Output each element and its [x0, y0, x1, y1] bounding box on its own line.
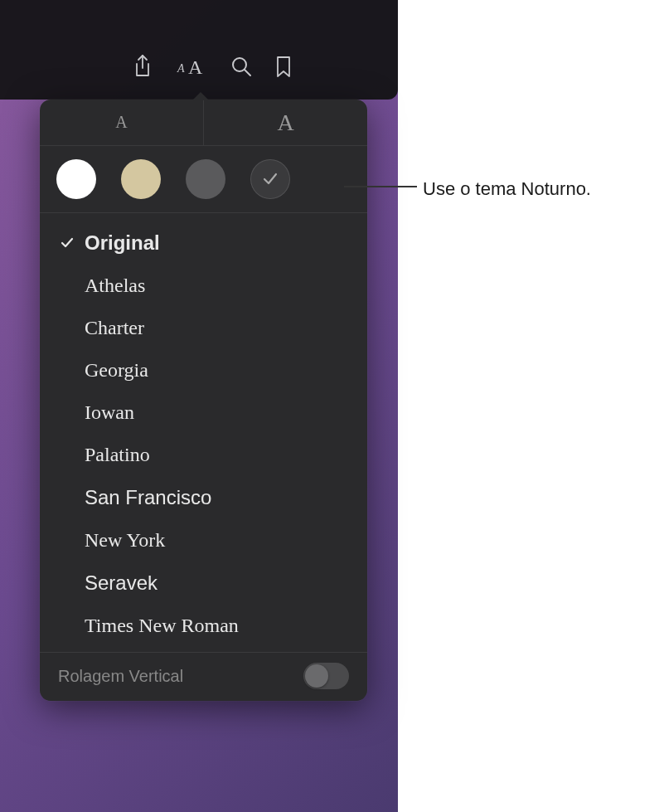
callout-leader-line — [344, 186, 417, 187]
text-size-small-label: A — [115, 113, 127, 132]
checkmark-icon — [261, 170, 279, 188]
font-item-palatino[interactable]: Palatino — [40, 434, 367, 476]
font-item-georgia[interactable]: Georgia — [40, 349, 367, 391]
font-name-label: Times New Roman — [85, 615, 347, 637]
theme-gray-button[interactable] — [186, 159, 225, 199]
font-name-label: New York — [85, 529, 347, 552]
font-item-charter[interactable]: Charter — [40, 307, 367, 349]
font-name-label: Iowan — [85, 401, 347, 424]
font-item-iowan[interactable]: Iowan — [40, 391, 367, 434]
font-item-times-new-roman[interactable]: Times New Roman — [40, 605, 367, 647]
font-name-label: Charter — [85, 317, 347, 339]
bookmark-icon[interactable] — [275, 55, 292, 78]
font-name-label: Athelas — [85, 275, 347, 297]
font-list: OriginalAthelasCharterGeorgiaIowanPalati… — [40, 213, 367, 652]
font-name-label: Seravek — [85, 571, 347, 595]
share-icon[interactable] — [133, 54, 153, 79]
theme-sepia-button[interactable] — [121, 159, 161, 199]
text-size-larger-button[interactable]: A — [204, 100, 367, 145]
vertical-scroll-row: Rolagem Vertical — [40, 652, 367, 701]
font-item-san-francisco[interactable]: San Francisco — [40, 476, 367, 519]
appearance-icon[interactable]: A A — [176, 56, 207, 77]
font-item-athelas[interactable]: Athelas — [40, 265, 367, 307]
font-name-label: Palatino — [85, 444, 347, 466]
popover-arrow — [192, 92, 209, 100]
text-size-large-label: A — [277, 109, 293, 136]
toolbar: A A — [133, 54, 292, 79]
svg-line-3 — [245, 70, 250, 75]
search-icon[interactable] — [230, 56, 252, 77]
theme-white-button[interactable] — [56, 159, 96, 199]
font-item-seravek[interactable]: Seravek — [40, 562, 367, 605]
callout-text: Use o tema Noturno. — [423, 178, 591, 200]
font-name-label: San Francisco — [85, 486, 347, 509]
font-item-new-york[interactable]: New York — [40, 519, 367, 562]
vertical-scroll-toggle[interactable] — [303, 663, 349, 689]
text-size-row: A A — [40, 100, 367, 146]
font-name-label: Georgia — [85, 359, 347, 382]
text-size-smaller-button[interactable]: A — [40, 100, 204, 145]
toolbar-background — [0, 0, 398, 100]
theme-row — [40, 146, 367, 213]
svg-text:A: A — [177, 62, 185, 75]
vertical-scroll-label: Rolagem Vertical — [58, 667, 183, 686]
appearance-popover: A A OriginalAthelasCharterGeorgiaIowanPa… — [40, 100, 367, 701]
theme-night-button[interactable] — [250, 159, 290, 199]
svg-text:A: A — [188, 56, 203, 77]
font-name-label: Original — [85, 231, 347, 255]
font-item-original[interactable]: Original — [40, 221, 367, 265]
toggle-knob — [305, 664, 328, 688]
checkmark-icon — [60, 236, 85, 250]
